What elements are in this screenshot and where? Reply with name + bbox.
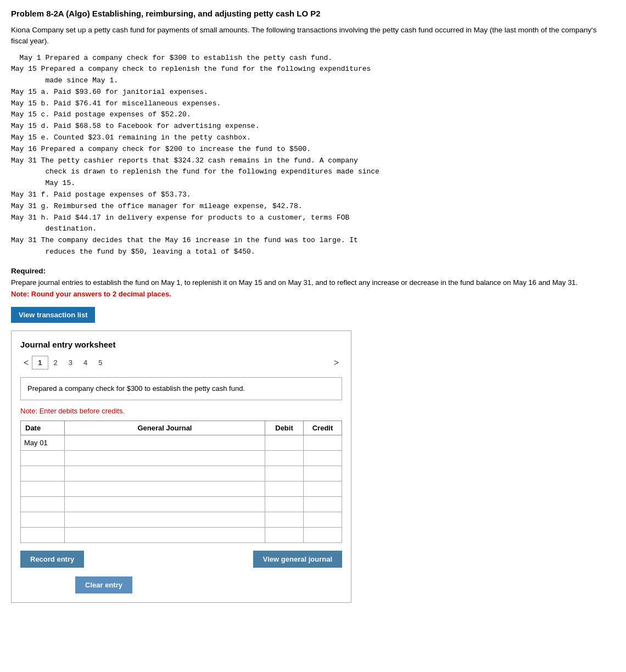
intro-text: Kiona Company set up a petty cash fund f…: [11, 25, 615, 47]
debit-cell[interactable]: [265, 466, 304, 481]
tab-3[interactable]: 3: [63, 356, 78, 369]
debit-cell[interactable]: [265, 435, 304, 450]
general-journal-cell[interactable]: [65, 512, 265, 527]
clear-entry-button[interactable]: Clear entry: [75, 576, 132, 593]
record-entry-button[interactable]: Record entry: [20, 551, 84, 568]
general-journal-cell[interactable]: [65, 496, 265, 512]
debit-input[interactable]: [269, 469, 300, 478]
debit-cell[interactable]: [265, 496, 304, 512]
credit-cell[interactable]: [304, 481, 342, 496]
transactions-block: May 1 Prepared a company check for $300 …: [11, 53, 615, 258]
debit-cell[interactable]: [265, 450, 304, 466]
debit-input[interactable]: [269, 516, 300, 524]
credit-input[interactable]: [307, 469, 338, 478]
journal-entry-worksheet: Journal entry worksheet < 1 2 3 4 5 > Pr…: [11, 331, 351, 603]
note-debits: Note: Enter debits before credits.: [20, 407, 342, 415]
worksheet-title: Journal entry worksheet: [20, 340, 342, 349]
date-cell[interactable]: [21, 512, 65, 527]
date-cell[interactable]: [21, 481, 65, 496]
date-input[interactable]: [24, 439, 61, 447]
next-tab-arrow[interactable]: >: [331, 357, 342, 369]
table-row: [21, 512, 342, 527]
problem-title: Problem 8-2A (Algo) Establishing, reimbu…: [11, 9, 615, 18]
tab-4[interactable]: 4: [78, 356, 93, 369]
credit-cell[interactable]: [304, 512, 342, 527]
general-journal-cell[interactable]: [65, 450, 265, 466]
general-journal-cell[interactable]: [65, 435, 265, 450]
credit-input[interactable]: [307, 485, 338, 493]
table-row: [21, 466, 342, 481]
date-cell[interactable]: [21, 435, 65, 450]
date-cell[interactable]: [21, 450, 65, 466]
date-cell[interactable]: [21, 527, 65, 542]
button-area: Record entry View general journal Clear …: [20, 551, 342, 593]
date-cell[interactable]: [21, 496, 65, 512]
general-journal-cell[interactable]: [65, 466, 265, 481]
col-header-date: Date: [21, 421, 65, 435]
table-row: [21, 481, 342, 496]
col-header-credit: Credit: [304, 421, 342, 435]
debit-cell[interactable]: [265, 512, 304, 527]
col-header-debit: Debit: [265, 421, 304, 435]
date-input[interactable]: [24, 454, 61, 462]
transaction-description: Prepared a company check for $300 to est…: [20, 377, 342, 400]
debit-cell[interactable]: [265, 481, 304, 496]
table-row: [21, 450, 342, 466]
view-general-journal-button[interactable]: View general journal: [253, 551, 342, 568]
required-text: Prepare journal entries to establish the…: [11, 277, 615, 288]
debit-input[interactable]: [269, 454, 300, 462]
general-journal-cell[interactable]: [65, 527, 265, 542]
debit-input[interactable]: [269, 485, 300, 493]
date-input[interactable]: [24, 500, 61, 508]
table-row: [21, 496, 342, 512]
view-transaction-list-button[interactable]: View transaction list: [11, 307, 95, 323]
general-journal-input[interactable]: [68, 516, 261, 524]
debit-input[interactable]: [269, 531, 300, 539]
general-journal-input[interactable]: [68, 439, 261, 447]
credit-input[interactable]: [307, 531, 338, 539]
date-cell[interactable]: [21, 466, 65, 481]
required-label: Required:: [11, 267, 615, 275]
date-input[interactable]: [24, 469, 61, 478]
credit-cell[interactable]: [304, 435, 342, 450]
credit-cell[interactable]: [304, 450, 342, 466]
tab-2[interactable]: 2: [48, 356, 63, 369]
general-journal-input[interactable]: [68, 454, 261, 462]
tab-navigation: < 1 2 3 4 5 >: [20, 356, 342, 369]
credit-cell[interactable]: [304, 527, 342, 542]
credit-input[interactable]: [307, 516, 338, 524]
debit-cell[interactable]: [265, 527, 304, 542]
credit-input[interactable]: [307, 500, 338, 508]
date-input[interactable]: [24, 531, 61, 539]
debit-input[interactable]: [269, 439, 300, 447]
credit-input[interactable]: [307, 454, 338, 462]
prev-tab-arrow[interactable]: <: [20, 357, 32, 369]
table-row: [21, 527, 342, 542]
date-input[interactable]: [24, 516, 61, 524]
date-input[interactable]: [24, 485, 61, 493]
journal-table: Date General Journal Debit Credit: [20, 421, 342, 543]
tab-1[interactable]: 1: [32, 356, 48, 369]
tab-5[interactable]: 5: [93, 356, 108, 369]
general-journal-input[interactable]: [68, 485, 261, 493]
debit-input[interactable]: [269, 500, 300, 508]
general-journal-input[interactable]: [68, 469, 261, 478]
credit-cell[interactable]: [304, 466, 342, 481]
general-journal-cell[interactable]: [65, 481, 265, 496]
col-header-general-journal: General Journal: [65, 421, 265, 435]
general-journal-input[interactable]: [68, 500, 261, 508]
note-round: Note: Round your answers to 2 decimal pl…: [11, 290, 615, 298]
credit-input[interactable]: [307, 439, 338, 447]
general-journal-input[interactable]: [68, 531, 261, 539]
table-row: [21, 435, 342, 450]
credit-cell[interactable]: [304, 496, 342, 512]
